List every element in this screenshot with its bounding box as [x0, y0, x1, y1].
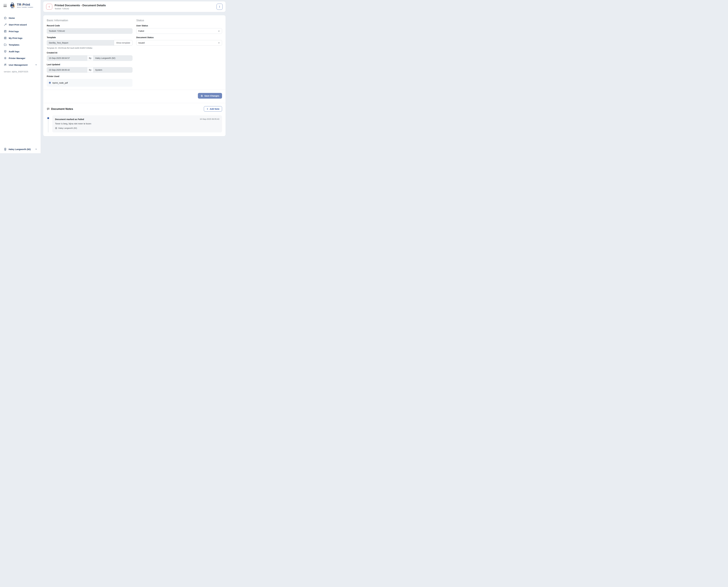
my-print-logs-icon [4, 37, 7, 40]
created-at-label: Created At [47, 51, 132, 54]
kebab-icon [218, 5, 221, 8]
chevron-down-icon [218, 30, 220, 32]
app-logo: TR-Print Secure. Traceable. Compliant. [9, 2, 33, 9]
status-heading: Status [136, 19, 222, 22]
notes-icon [47, 108, 50, 111]
note-author: Haley Langworth (92) [55, 127, 219, 129]
plus-icon [207, 108, 209, 110]
user-status-value: Failed [138, 30, 144, 32]
save-row: Save Changes [47, 93, 222, 99]
app-version: version: alpha_9SEP2025 [0, 70, 41, 73]
sidebar-item-label: Audit logs [9, 50, 19, 53]
note-body: Toner is leeg, bijna niet meer te lezen [55, 122, 219, 125]
wand-icon [4, 23, 7, 26]
hamburger-icon[interactable] [3, 3, 7, 7]
sidebar: TR-Print Secure. Traceable. Compliant. H… [0, 0, 41, 153]
last-updated-group: By [47, 67, 132, 73]
home-icon [4, 17, 7, 19]
sidebar-item-audit-logs[interactable]: Audit logs [0, 48, 41, 55]
sidebar-item-start-print-wizard[interactable]: Start Print wizard [0, 21, 41, 28]
chevron-down-icon [35, 64, 37, 66]
print-logs-icon [4, 30, 7, 33]
users-icon [4, 63, 7, 66]
record-code-input [47, 28, 132, 34]
chevron-down-icon [218, 42, 220, 44]
page-header: Printed Documents - Document Details Tes… [43, 1, 225, 12]
created-by-input [93, 55, 132, 61]
user-status-select[interactable]: Failed [136, 28, 222, 34]
template-label: Template [47, 36, 132, 39]
add-note-button[interactable]: Add Note [204, 106, 222, 112]
back-chevron-icon [48, 5, 50, 8]
template-field-group: Show template [47, 40, 132, 46]
sidebar-item-my-print-logs[interactable]: My Print logs [0, 35, 41, 41]
note-card: Document marked as Failed 10-Sep-2025 08… [52, 115, 222, 133]
sidebar-nav: Home Start Print wizard Print logs My Pr… [0, 15, 41, 68]
logo-tagline: Secure. Traceable. Compliant. [17, 7, 33, 8]
status-section: Status User Status Failed Document Statu… [136, 19, 222, 87]
current-user-name: Haley Langworth (92) [8, 148, 31, 150]
header-titles: Printed Documents - Document Details Tes… [55, 4, 106, 10]
document-notes-header: Document Notes Add Note [47, 106, 222, 112]
note-timestamp: 10-Sep-2025 08:05:43 [200, 118, 219, 120]
last-updated-label: Last Updated [47, 63, 132, 66]
timeline-line [48, 118, 48, 133]
timeline-dot-icon [47, 117, 49, 119]
sidebar-item-label: Print logs [9, 30, 19, 32]
page-subtitle: Testlot#: T25I142 [55, 7, 106, 10]
show-template-button[interactable]: Show template [114, 40, 132, 46]
last-updated-date-input [47, 67, 87, 73]
shield-check-icon [4, 50, 7, 53]
sidebar-item-label: User Management [9, 64, 27, 66]
created-at-by-label: By [87, 55, 93, 61]
basic-information-section: Basic Information Record Code Template S… [47, 19, 132, 87]
template-name-input [47, 40, 114, 46]
save-changes-label: Save Changes [204, 95, 219, 97]
last-updated-by-label: By [87, 67, 93, 73]
details-form: Basic Information Record Code Template S… [47, 19, 222, 87]
sidebar-item-user-management[interactable]: User Management [0, 62, 41, 68]
app-screen: TR-Print Secure. Traceable. Compliant. H… [0, 0, 228, 153]
sidebar-item-label: My Print logs [9, 37, 22, 39]
printer-used-label: Printer Used [47, 75, 132, 77]
note-title: Document marked as Failed [55, 118, 84, 120]
created-at-date-input [47, 55, 87, 61]
chevron-down-icon [35, 148, 37, 150]
sidebar-item-label: Printer Manager [9, 57, 25, 60]
sidebar-item-print-logs[interactable]: Print logs [0, 28, 41, 35]
current-user-menu[interactable]: Haley Langworth (92) [0, 146, 41, 152]
sidebar-item-printer-manager[interactable]: Printer Manager [0, 55, 41, 62]
divider [43, 90, 225, 90]
document-status-value: Issued [138, 42, 145, 44]
note-head: Document marked as Failed 10-Sep-2025 08… [55, 118, 219, 120]
back-button[interactable] [46, 4, 52, 9]
user-badge-icon [4, 148, 7, 150]
sidebar-item-label: Home [9, 17, 15, 19]
save-changes-button[interactable]: Save Changes [198, 93, 222, 99]
save-icon [201, 95, 203, 97]
folder-icon [4, 43, 7, 46]
person-icon [55, 127, 57, 129]
main-content: Printed Documents - Document Details Tes… [41, 0, 228, 153]
sidebar-item-label: Templates [9, 44, 19, 46]
document-status-select[interactable]: Issued [136, 40, 222, 46]
basic-information-heading: Basic Information [47, 19, 132, 22]
document-status-label: Document Status [136, 36, 222, 39]
printer-icon [49, 81, 51, 84]
user-status-label: User Status [136, 24, 222, 27]
note-author-name: Haley Langworth (92) [58, 127, 77, 129]
logo-text: TR-Print Secure. Traceable. Compliant. [17, 3, 33, 8]
note-timeline [47, 115, 50, 133]
last-updated-by-input [93, 67, 132, 73]
printer-used-value: trprint_node_pdf [52, 82, 68, 84]
document-details-card: Basic Information Record Code Template S… [43, 15, 225, 136]
record-code-label: Record Code [47, 24, 132, 27]
page-title: Printed Documents - Document Details [55, 4, 106, 7]
sidebar-item-label: Start Print wizard [9, 23, 27, 26]
sidebar-item-home[interactable]: Home [0, 15, 41, 21]
sidebar-header: TR-Print Secure. Traceable. Compliant. [0, 0, 41, 9]
created-at-group: By [47, 55, 132, 61]
sidebar-item-templates[interactable]: Templates [0, 41, 41, 48]
more-actions-button[interactable] [217, 4, 223, 10]
add-note-label: Add Note [210, 108, 219, 110]
